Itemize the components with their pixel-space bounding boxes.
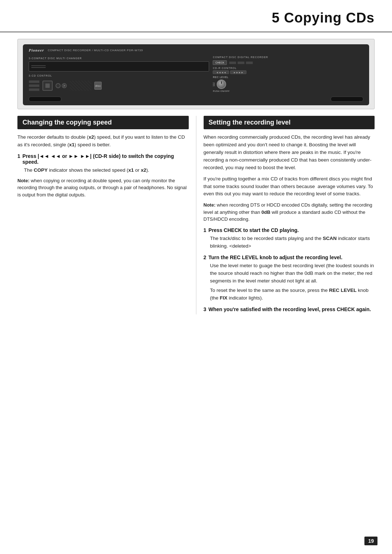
control-btn-2 <box>29 84 40 87</box>
display-line-1 <box>31 65 46 66</box>
control-btn-1 <box>29 80 40 83</box>
changer-display <box>29 61 209 72</box>
tick-4 <box>213 85 215 85</box>
step-2-right-text: Turn the REC LEVEL knob to adjust the re… <box>208 254 342 260</box>
step-1-left: 1 Press |◄◄ ◄◄ or ►► ►►| (CD-R side) to … <box>17 153 189 174</box>
record-button <box>56 83 61 88</box>
content-area: Changing the copying speed The recorder … <box>0 116 392 314</box>
rec-btn-1 <box>229 61 236 64</box>
rec-level-knob <box>217 80 226 89</box>
device-controls-row: disc <box>29 80 209 91</box>
right-note2: Note: when recording DTS or HDCD encoded… <box>204 201 375 223</box>
display-lines <box>31 65 46 68</box>
footer-slot-right <box>331 97 363 102</box>
step-number-r1: 1 <box>204 227 207 233</box>
left-column: Changing the copying speed The recorder … <box>17 116 196 314</box>
right-intro: When recording commercially produced CDs… <box>204 134 375 172</box>
step-3-right: 3 When you're satisfied with the recordi… <box>204 306 375 312</box>
pioneer-logo: Pioneer <box>29 48 44 52</box>
device-left-section: 3-COMPACT DISC MULTI CHANGER 3-CD CONTRO… <box>29 57 209 91</box>
recorder-label: COMPACT DISC DIGITAL RECORDER <box>213 56 268 58</box>
step-3-right-text: When you're satisfied with the recording… <box>208 306 371 312</box>
check-area: CHECK <box>213 60 253 65</box>
next-button: ►►►► <box>230 70 246 74</box>
play-icons <box>56 83 67 88</box>
device-main-row: 3-COMPACT DISC MULTI CHANGER 3-CD CONTRO… <box>29 56 363 92</box>
step-2-right: 2 Turn the REC LEVEL knob to adjust the … <box>204 254 375 302</box>
cd-control-label: 3-CD CONTROL <box>29 74 52 77</box>
device-right-section: COMPACT DISC DIGITAL RECORDER CHECK CD-R… <box>213 56 363 92</box>
right-section-header: Setting the recording level <box>204 116 375 129</box>
footer-slot-left <box>29 97 61 102</box>
display-line-2 <box>31 67 46 68</box>
rec-level-label: REC LEVEL <box>213 76 230 78</box>
right-para2: If you're putting together a mix CD of t… <box>204 175 375 198</box>
rec-knob-area <box>213 80 230 89</box>
device-top-bar: Pioneer COMPACT DISC RECORDER / MULTI-CD… <box>29 48 363 54</box>
device-illustration: Pioneer COMPACT DISC RECORDER / MULTI-CD… <box>23 44 369 105</box>
play-stop-button <box>42 81 53 91</box>
step-number-r2: 2 <box>204 254 207 260</box>
prev-button: ◄◄◄◄ <box>213 70 229 74</box>
stop-icon <box>45 83 50 88</box>
usb-area: disc <box>94 82 102 90</box>
control-btn-3 <box>29 88 40 91</box>
rec-btn-2 <box>237 61 245 64</box>
left-intro: The recorder defaults to double (x2) spe… <box>17 134 189 149</box>
right-column: Setting the recording level When recordi… <box>196 116 375 314</box>
tick-5 <box>213 86 215 86</box>
left-section-header: Changing the copying speed <box>17 116 189 129</box>
page-title: 5 Copying CDs <box>272 10 375 26</box>
changer-label: 3-COMPACT DISC MULTI CHANGER <box>29 57 209 60</box>
step-2-right-detail2: To reset the level to the same as the so… <box>210 287 375 302</box>
step-number-r3: 3 <box>204 306 207 312</box>
transport-buttons: ◄◄◄◄ ►►►► <box>213 70 246 74</box>
title-bar: 5 Copying CDs <box>0 0 392 32</box>
cdr-control-label: CD-R CONTROL <box>213 67 246 69</box>
tick-3 <box>213 84 215 85</box>
push-off-label: PUSH ON/OFF <box>213 90 230 92</box>
cd-slot-area <box>70 81 91 91</box>
step-3-right-heading: 3 When you're satisfied with the recordi… <box>204 306 375 312</box>
check-button-device: CHECK <box>213 60 227 65</box>
tick-1 <box>213 83 215 83</box>
recorder-buttons <box>229 61 253 64</box>
step-1-right-detail: The track/disc to be recorded starts pla… <box>210 235 375 250</box>
device-image-area: Pioneer COMPACT DISC RECORDER / MULTI-CD… <box>17 39 375 109</box>
step-1-left-text: Press |◄◄ ◄◄ or ►► ►►| (CD-R side) to sw… <box>23 153 189 165</box>
step-1-left-detail: The COPY indicator shows the selected sp… <box>24 167 189 174</box>
usb-icon: disc <box>94 82 102 90</box>
step-2-right-detail1: Use the level meter to guage the best re… <box>210 262 375 285</box>
tick-2 <box>213 83 215 84</box>
step-2-right-heading: 2 Turn the REC LEVEL knob to adjust the … <box>204 254 375 260</box>
left-note: Note: when copying or recording at doubl… <box>17 177 189 199</box>
rec-level-section: REC LEVEL PUSH ON/OFF <box>213 76 230 92</box>
step-1-right: 1 Press CHECK to start the CD playing. T… <box>204 227 375 250</box>
page-number: 19 <box>364 537 377 545</box>
step-1-right-heading: 1 Press CHECK to start the CD playing. <box>204 227 375 233</box>
device-model: COMPACT DISC RECORDER / MULTI-CD CHANGER… <box>48 49 143 52</box>
cdr-control-area: CD-R CONTROL ◄◄◄◄ ►►►► <box>213 67 246 74</box>
step-number-1: 1 <box>17 153 20 159</box>
play-button <box>62 83 67 88</box>
step-1-left-heading: 1 Press |◄◄ ◄◄ or ►► ►►| (CD-R side) to … <box>17 153 189 165</box>
step-1-right-text: Press CHECK to start the CD playing. <box>208 227 299 233</box>
rec-btn-3 <box>246 61 253 64</box>
rec-ticks <box>213 83 215 86</box>
device-footer <box>29 97 363 102</box>
